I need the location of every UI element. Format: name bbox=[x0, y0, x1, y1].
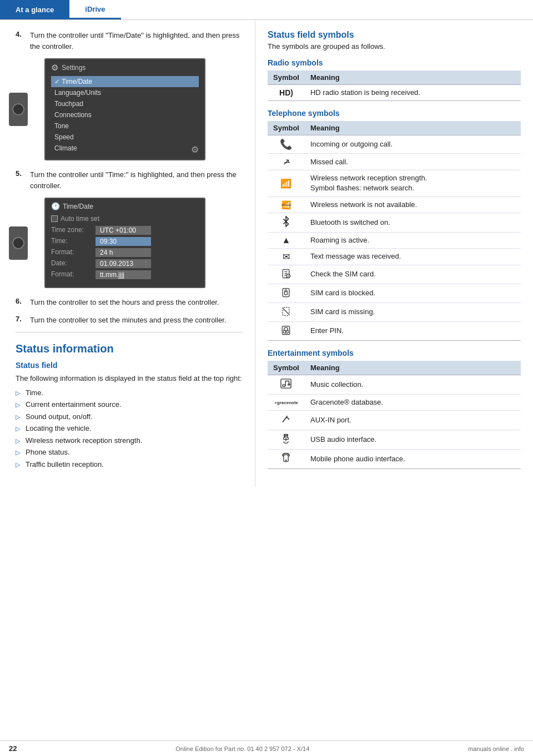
sym-check-sim bbox=[268, 265, 305, 284]
step-5-block: 5. Turn the controller until "Time:" is … bbox=[16, 169, 243, 191]
section-divider bbox=[16, 332, 243, 332]
step-6-block: 6. Turn the controller to set the hours … bbox=[16, 297, 243, 308]
tel-row-text-msg: ✉ Text message was received. bbox=[268, 248, 521, 265]
step-5-num: 5. bbox=[16, 169, 22, 178]
sym-music bbox=[268, 375, 305, 394]
sym-bluetooth bbox=[268, 213, 305, 232]
entertainment-symbols-heading: Entertainment symbols bbox=[268, 349, 521, 357]
svg-point-8 bbox=[286, 331, 287, 332]
format-row-2: Format: tt.mm.jjjj bbox=[51, 270, 199, 279]
bullet-wireless: ▷ Wireless network reception strength. bbox=[16, 435, 243, 446]
ent-row-gracenote: ●gracenote Gracenote® database. bbox=[268, 394, 521, 410]
radio-sym-hd: HD) bbox=[268, 85, 305, 101]
step-4-block: 4. Turn the controller until "Time/Date"… bbox=[16, 30, 243, 52]
svg-line-13 bbox=[286, 417, 289, 420]
ent-row-usb: USB audio interface. bbox=[268, 430, 521, 450]
status-symbols-heading: Status field symbols bbox=[268, 30, 521, 40]
telephone-symbols-heading: Telephone symbols bbox=[268, 109, 521, 118]
bullet-arrow-icon-7: ▷ bbox=[16, 460, 22, 470]
tab-at-a-glance[interactable]: At a glance bbox=[0, 0, 69, 19]
step-5-text: Turn the controller until "Time:" is hig… bbox=[30, 170, 237, 190]
footer-text: Online Edition for Part no. 01 40 2 957 … bbox=[175, 745, 309, 752]
step-7-text: Turn the controller to set the minutes a… bbox=[30, 316, 227, 324]
radio-table: Symbol Meaning HD) HD radio station is b… bbox=[268, 70, 521, 101]
bullet-arrow-icon-5: ▷ bbox=[16, 436, 22, 446]
step-4-num: 4. bbox=[16, 30, 22, 38]
top-nav: At a glance iDrive bbox=[0, 0, 533, 20]
svg-point-17 bbox=[286, 460, 287, 461]
menu-item-climate[interactable]: Climate bbox=[51, 143, 199, 154]
footer-logo: manuals online . info bbox=[468, 745, 524, 752]
menu-item-speed[interactable]: Speed bbox=[51, 132, 199, 143]
tel-row-wireless-strength: 📶 Wireless network reception strength.Sy… bbox=[268, 170, 521, 196]
tel-row-wireless-unavail: 📶 Wireless network is not available. bbox=[268, 196, 521, 213]
ent-row-aux: AUX-IN port. bbox=[268, 411, 521, 430]
meaning-music: Music collection. bbox=[305, 375, 521, 394]
status-bullet-list: ▷ Time. ▷ Current entertainment source. … bbox=[16, 387, 243, 470]
meaning-wireless-unavail: Wireless network is not available. bbox=[305, 196, 521, 213]
gear-icon: ⚙ bbox=[51, 63, 58, 73]
step-4-text: Turn the controller until "Time/Date" is… bbox=[30, 31, 240, 51]
meaning-bluetooth: Bluetooth is switched on. bbox=[305, 213, 521, 232]
tel-row-sim-missing: SIM card is missing. bbox=[268, 303, 521, 321]
meaning-incoming: Incoming or outgoing call. bbox=[305, 135, 521, 154]
step-6-num: 6. bbox=[16, 297, 22, 305]
tel-row-enter-pin: Enter PIN. bbox=[268, 321, 521, 340]
tel-row-bluetooth: Bluetooth is switched on. bbox=[268, 213, 521, 232]
meaning-aux: AUX-IN port. bbox=[305, 411, 521, 430]
menu-item-language[interactable]: Language/Units bbox=[51, 87, 199, 98]
main-content: 4. Turn the controller until "Time/Date"… bbox=[0, 20, 533, 487]
radio-col-symbol: Symbol bbox=[268, 70, 305, 85]
menu-item-connections[interactable]: Connections bbox=[51, 109, 199, 120]
status-symbols-body: The symbols are grouped as follows. bbox=[268, 42, 521, 51]
meaning-sim-missing: SIM card is missing. bbox=[305, 303, 521, 321]
bullet-arrow-icon: ▷ bbox=[16, 389, 22, 398]
tab-idrive[interactable]: iDrive bbox=[69, 0, 120, 19]
sym-aux bbox=[268, 411, 305, 430]
step-7-num: 7. bbox=[16, 315, 22, 323]
status-field-body: The following information is displayed i… bbox=[16, 373, 243, 384]
bullet-phone: ▷ Phone status. bbox=[16, 447, 243, 458]
tel-row-sim-blocked: SIM card is blocked. bbox=[268, 284, 521, 303]
time-row: Time: 09:30 bbox=[51, 237, 199, 246]
telephone-table: Symbol Meaning 📞 Incoming or outgoing ca… bbox=[268, 121, 521, 341]
bullet-arrow-icon-3: ▷ bbox=[16, 412, 22, 422]
bullet-entertainment: ▷ Current entertainment source. bbox=[16, 399, 243, 410]
tel-row-check-sim: Check the SIM card. bbox=[268, 265, 521, 284]
auto-time-checkbox[interactable] bbox=[51, 215, 58, 222]
menu-item-tone[interactable]: Tone bbox=[51, 120, 199, 132]
gear-corner-icon: ⚙ bbox=[191, 144, 199, 155]
tel-col-meaning: Meaning bbox=[305, 121, 521, 135]
date-row: Date: 01.09.2013 bbox=[51, 259, 199, 268]
bullet-arrow-icon-2: ▷ bbox=[16, 400, 22, 410]
page-number: 22 bbox=[9, 744, 17, 753]
timezone-row: Time zone: UTC +01:00 bbox=[51, 226, 199, 235]
left-column: 4. Turn the controller until "Time/Date"… bbox=[0, 20, 255, 487]
settings-screen-title: ⚙ Settings bbox=[51, 63, 199, 73]
entertainment-table: Symbol Meaning Music collection. bbox=[268, 361, 521, 469]
sym-text-message: ✉ bbox=[268, 248, 305, 265]
sym-usb bbox=[268, 430, 305, 450]
settings-screen-mockup: ⚙ Settings ✓ Time/Date Language/Units To… bbox=[44, 58, 205, 160]
meaning-missed: Missed call. bbox=[305, 154, 521, 170]
meaning-sim-blocked: SIM card is blocked. bbox=[305, 284, 521, 303]
sym-sim-blocked bbox=[268, 284, 305, 303]
right-column: Status field symbols The symbols are gro… bbox=[255, 20, 533, 487]
sym-wireless-strength: 📶 bbox=[268, 170, 305, 196]
meaning-roaming: Roaming is active. bbox=[305, 232, 521, 248]
bullet-arrow-icon-6: ▷ bbox=[16, 448, 22, 457]
ent-col-symbol: Symbol bbox=[268, 361, 305, 375]
timedate-icon: 🕐 bbox=[51, 202, 60, 210]
status-field-heading: Status field bbox=[16, 361, 243, 370]
timedate-title: 🕐 Time/Date bbox=[51, 202, 199, 210]
menu-item-timedate[interactable]: ✓ Time/Date bbox=[51, 76, 199, 87]
sym-missed-call: ↗̶ bbox=[268, 154, 305, 170]
sym-enter-pin bbox=[268, 321, 305, 340]
menu-item-touchpad[interactable]: Touchpad bbox=[51, 98, 199, 109]
sym-roaming: ▲ bbox=[268, 232, 305, 248]
sym-sim-missing bbox=[268, 303, 305, 321]
format-row-1: Format: 24 h bbox=[51, 248, 199, 257]
auto-time-set-row: Auto time set bbox=[51, 215, 199, 223]
sym-gracenote: ●gracenote bbox=[268, 394, 305, 410]
meaning-enter-pin: Enter PIN. bbox=[305, 321, 521, 340]
